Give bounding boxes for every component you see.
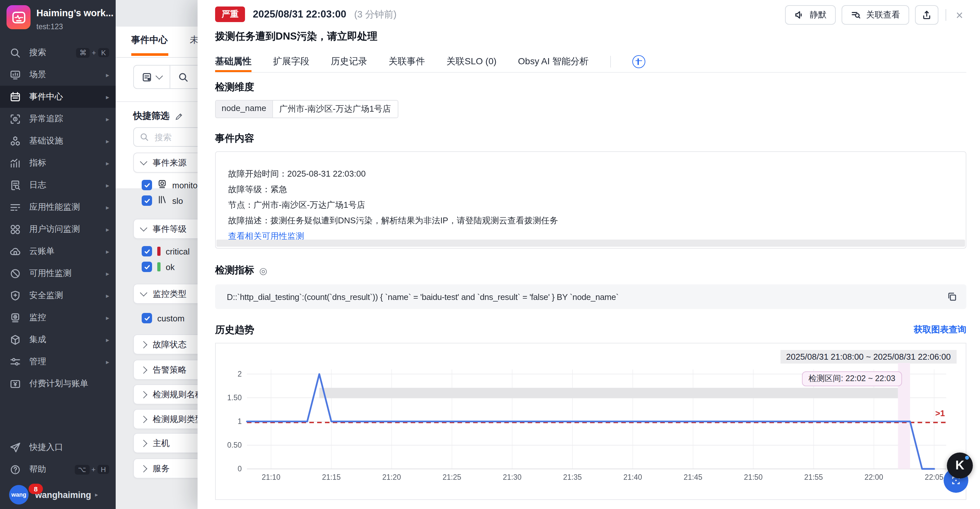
add-tab-icon[interactable]: [632, 55, 645, 68]
sidebar-item-anomaly-tracking[interactable]: 异常追踪▸: [0, 108, 116, 130]
svg-text:21:20: 21:20: [382, 473, 401, 481]
dimension-tag: node_name 广州市-南沙区-万达广场1号店: [215, 100, 966, 118]
search-icon: [9, 47, 21, 59]
svg-text:21:50: 21:50: [744, 473, 763, 481]
monitoring-icon: [9, 312, 21, 323]
chevron-right-icon: ▸: [106, 115, 109, 122]
checkbox-checked[interactable]: [142, 262, 152, 272]
chevron-down-icon: [140, 289, 148, 297]
sidebar-item-security[interactable]: 安全监测▸: [0, 284, 116, 306]
chevron-right-icon: [140, 439, 148, 447]
user-name: wanghaiming: [35, 490, 91, 499]
search-icon: [178, 72, 188, 82]
chevron-down-icon: [156, 72, 163, 80]
chevron-right-icon: ▸: [106, 181, 109, 189]
tab-obsy-ai[interactable]: Obsy AI 智能分析: [518, 51, 589, 72]
event-detail-drawer: 严重 2025/08/31 22:03:00 (3 分钟前) 静默 关联查看 ×…: [197, 0, 980, 509]
rum-icon: [9, 224, 21, 235]
history-trend-chart[interactable]: 2025/08/31 21:08:00 ~ 2025/08/31 22:06:0…: [215, 343, 966, 500]
chevron-right-icon: ▸: [106, 270, 109, 277]
svg-text:0.50: 0.50: [227, 441, 242, 449]
list-search-icon: [851, 10, 861, 20]
tab-history[interactable]: 历史记录: [331, 51, 367, 72]
svg-text:21:15: 21:15: [322, 473, 341, 481]
chevron-right-icon: ▸: [106, 358, 109, 365]
sidebar-item-availability[interactable]: 可用性监测▸: [0, 262, 116, 284]
drawer-body: 检测维度 node_name 广州市-南沙区-万达广场1号店 事件内容 故障开始…: [215, 72, 966, 509]
chevron-down-icon: [140, 224, 148, 232]
sidebar-item-apm[interactable]: 应用性能监测▸: [0, 196, 116, 218]
checkbox-checked[interactable]: [142, 313, 152, 323]
sidebar-item-infrastructure[interactable]: 基础设施▸: [0, 130, 116, 152]
sidebar-item-monitoring[interactable]: 监控▸: [0, 306, 116, 328]
content-line: 故障等级：紧急: [228, 182, 953, 197]
mute-button[interactable]: 静默: [785, 5, 836, 25]
tab-related-events[interactable]: 关联事件: [389, 51, 425, 72]
checkbox-checked[interactable]: [142, 195, 152, 206]
monitor-source-icon: [157, 179, 167, 191]
chevron-right-icon: [140, 391, 148, 398]
filter-option-ok[interactable]: ok: [142, 259, 175, 274]
checkbox-checked[interactable]: [142, 180, 152, 190]
sidebar-item-event-center[interactable]: 事件中心▸: [0, 86, 116, 108]
svg-text:21:55: 21:55: [804, 473, 823, 481]
horizontal-scrollbar[interactable]: [216, 239, 965, 247]
eye-icon[interactable]: ◎: [259, 265, 267, 276]
close-icon[interactable]: ×: [953, 8, 966, 22]
content-line: 故障描述：拨测任务疑似遭到DNS污染，解析结果为非法IP，请登陆观测云查看拨测任…: [228, 213, 953, 228]
tab-related-slo[interactable]: 关联SLO (0): [447, 51, 496, 72]
sidebar-item-logs[interactable]: 日志▸: [0, 174, 116, 196]
metric-query-box: D::`http_dial_testing`:(count(`dns_resul…: [215, 284, 966, 309]
content-line: 故障开始时间：2025-08-31 22:03:00: [228, 166, 953, 182]
sidebar-item-metrics[interactable]: 指标▸: [0, 152, 116, 174]
event-content-box: 故障开始时间：2025-08-31 22:03:00 故障等级：紧急 节点：广州…: [215, 151, 966, 249]
sidebar-footer: 快捷入口 帮助 ⌥+H wang 8 wanghaiming ▸: [0, 436, 116, 509]
drawer-actions: 静默 关联查看 ×: [785, 5, 966, 25]
chevron-right-icon: [140, 341, 148, 348]
get-chart-query-link[interactable]: 获取图表查询: [914, 324, 966, 336]
filter-option-custom[interactable]: custom: [142, 310, 185, 326]
sidebar-item-search[interactable]: 搜索 ⌘+K: [0, 41, 116, 63]
infrastructure-icon: [9, 135, 21, 147]
saved-view-dropdown[interactable]: [134, 65, 170, 88]
sidebar-item-quick-entry[interactable]: 快捷入口: [0, 436, 116, 458]
sidebar-item-cloud-bill[interactable]: 云账单▸: [0, 240, 116, 262]
content-section-title: 事件内容: [215, 132, 966, 145]
detection-window-tooltip: 检测区间: 22:02 ~ 22:03: [802, 371, 902, 386]
avatar[interactable]: wang: [9, 485, 29, 504]
sidebar-item-management[interactable]: 管理▸: [0, 350, 116, 373]
sidebar-item-integrations[interactable]: 集成▸: [0, 328, 116, 350]
related-view-button[interactable]: 关联查看: [842, 5, 909, 25]
dimension-section-title: 检测维度: [215, 81, 966, 94]
event-time-ago: (3 分钟前): [354, 8, 397, 21]
tab-event-center[interactable]: 事件中心: [131, 35, 168, 46]
chevron-down-icon: [140, 158, 148, 166]
user-menu[interactable]: wang 8 wanghaiming ▸: [0, 480, 116, 509]
chevron-right-icon: ▸: [106, 314, 109, 321]
panel-search-button[interactable]: [170, 65, 196, 88]
share-button[interactable]: [915, 5, 939, 25]
tab-basic-attributes[interactable]: 基础属性: [215, 51, 251, 72]
anomaly-tracking-icon: [9, 113, 21, 125]
tab-extended-fields[interactable]: 扩展字段: [273, 51, 309, 72]
sidebar-item-billing[interactable]: 付费计划与账单: [0, 373, 116, 395]
sidebar-item-scene[interactable]: 场景▸: [0, 63, 116, 86]
edit-pencil-icon[interactable]: [175, 112, 183, 121]
event-title: 拨测任务遭到DNS污染，请立即处理: [215, 30, 377, 43]
filter-option-slo[interactable]: slo: [142, 193, 183, 208]
critical-color-chip: [157, 247, 161, 256]
copy-icon[interactable]: [947, 292, 957, 304]
sidebar-item-help[interactable]: 帮助 ⌥+H: [0, 458, 116, 480]
trend-section-title: 历史趋势: [215, 323, 254, 336]
severity-badge: 严重: [215, 6, 245, 22]
filter-option-monitor[interactable]: monitor: [142, 177, 200, 193]
checkbox-checked[interactable]: [142, 246, 152, 257]
sidebar-item-rum[interactable]: 用户访问监测▸: [0, 218, 116, 240]
chevron-right-icon: ▸: [106, 71, 109, 78]
workspace-switcher[interactable]: Haiming’s work... test:123: [6, 5, 113, 30]
filter-option-critical[interactable]: critical: [142, 243, 190, 259]
chevron-right-icon: [140, 465, 148, 473]
cloud-bill-icon: [9, 246, 21, 257]
k-widget-button[interactable]: K: [947, 452, 973, 479]
sidebar: Haiming’s work... test:123 搜索 ⌘+K 场景▸ 事件…: [0, 0, 116, 509]
